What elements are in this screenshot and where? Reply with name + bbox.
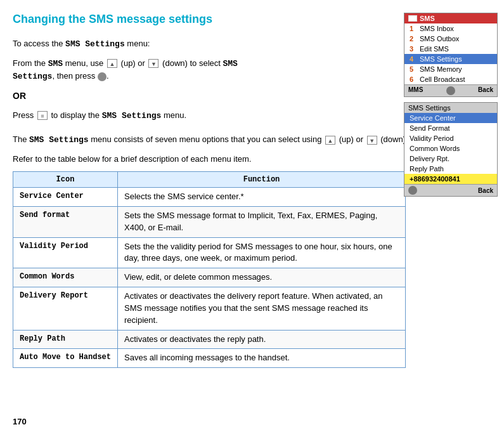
table-row: Send format Sets the SMS message format … — [13, 206, 406, 237]
table-cell-function: Sets the SMS message format to Implicit,… — [118, 206, 406, 237]
table-cell-function: Selects the SMS service center.* — [118, 188, 406, 207]
table-cell-icon: Validity Period — [13, 237, 118, 268]
sms-menu-footer-right: Back — [478, 86, 493, 95]
menu-item-num: 5 — [410, 65, 417, 73]
sms-menu-item[interactable]: 2SMS Outbox — [404, 34, 497, 44]
up-key-icon-2: ▲ — [325, 136, 335, 145]
sms-settings-ref-4: SMS Settings — [29, 135, 89, 145]
table-row: Validity Period Sets the the validity pe… — [13, 237, 406, 268]
table-cell-icon: Common Words — [13, 268, 118, 287]
menu-item-num: 2 — [410, 35, 417, 43]
table-cell-icon: Delivery Report — [13, 287, 118, 331]
sms-settings-footer-right: Back — [478, 187, 493, 194]
down-key-icon: ▼ — [148, 59, 158, 68]
menu-key-icon: ≡ — [37, 111, 48, 120]
table-cell-icon: Service Center — [13, 188, 118, 207]
table-cell-function: Sets the the validity period for SMS mes… — [118, 237, 406, 268]
menu-item-num: 4 — [410, 55, 417, 63]
menu-item-num: 1 — [410, 25, 417, 32]
envelope-icon — [408, 15, 417, 22]
sms-settings-item[interactable]: Delivery Rpt. — [404, 154, 497, 164]
sms-settings-ref-1: SMS Settings — [65, 39, 125, 49]
sms-settings-ref-3: SMS Settings — [102, 111, 162, 121]
table-row: Reply Path Activates or deactivates the … — [13, 330, 406, 349]
sms-menu-item[interactable]: 4SMS Settings — [404, 54, 497, 64]
sms-settings-item[interactable]: Reply Path — [404, 164, 497, 174]
table-header-function: Function — [118, 172, 406, 188]
sms-settings-item[interactable]: Send Format — [404, 123, 497, 133]
menu-item-label: SMS Outbox — [420, 35, 459, 43]
sms-menu-items: 1SMS Inbox2SMS Outbox3Edit SMS4SMS Setti… — [404, 23, 497, 84]
table-row: Delivery Report Activates or deactivates… — [13, 287, 406, 331]
nav-icon — [446, 86, 455, 95]
table-cell-icon: Auto Move to Handset — [13, 349, 118, 368]
table-header-icon: Icon — [13, 172, 118, 188]
sms-settings-item[interactable]: Common Words — [404, 143, 497, 154]
sms-menu-footer: MMS Back — [404, 84, 497, 96]
sms-menu-title: SMS — [420, 15, 435, 22]
ok-button-icon — [98, 72, 107, 81]
table-cell-function: Saves all incoming messages to the hands… — [118, 349, 406, 368]
menu-item-label: Cell Broadcast — [420, 75, 465, 83]
settings-table: Icon Function Service Center Selects the… — [13, 171, 406, 368]
phone-number: +886932400841 — [404, 174, 497, 184]
sms-menu-item[interactable]: 3Edit SMS — [404, 44, 497, 54]
sms-menu-footer-left: MMS — [408, 86, 423, 95]
sms-menu-item[interactable]: 5SMS Memory — [404, 64, 497, 74]
menu-item-label: SMS Memory — [420, 65, 462, 73]
table-cell-icon: Send format — [13, 206, 118, 237]
up-key-icon: ▲ — [107, 59, 117, 68]
sms-menu-header: SMS — [404, 13, 497, 23]
sms-menu-item[interactable]: 6Cell Broadcast — [404, 74, 497, 84]
sms-settings-items: Service CenterSend FormatValidity Period… — [404, 113, 497, 174]
table-cell-function: Activates or deactivates the delivery re… — [118, 287, 406, 331]
table-cell-function: View, edit, or delete common messages. — [118, 268, 406, 287]
table-cell-function: Activates or deactivates the reply path. — [118, 330, 406, 349]
menu-item-num: 3 — [410, 45, 417, 53]
nav-icon-bottom — [408, 186, 417, 195]
settings-table-body: Service Center Selects the SMS service c… — [13, 188, 406, 368]
page-number: 170 — [13, 417, 27, 426]
sms-settings-ref-2: SMSSettings — [13, 59, 238, 82]
table-row: Common Words View, edit, or delete commo… — [13, 268, 406, 287]
menu-item-label: Edit SMS — [420, 45, 449, 53]
sms-settings-panel: SMS Settings Service CenterSend FormatVa… — [404, 102, 498, 197]
table-row: Auto Move to Handset Saves all incoming … — [13, 349, 406, 368]
sms-settings-item[interactable]: Service Center — [404, 113, 497, 123]
down-key-icon-2: ▼ — [367, 136, 377, 145]
sms-menu-item[interactable]: 1SMS Inbox — [404, 23, 497, 34]
menu-item-label: SMS Settings — [420, 55, 462, 63]
sms-settings-header: SMS Settings — [404, 103, 497, 113]
menu-item-label: SMS Inbox — [420, 25, 454, 32]
sms-settings-footer: Back — [404, 184, 497, 196]
phone-panels: SMS 1SMS Inbox2SMS Outbox3Edit SMS4SMS S… — [404, 13, 498, 197]
menu-item-num: 6 — [410, 75, 417, 83]
table-row: Service Center Selects the SMS service c… — [13, 188, 406, 207]
sms-menu-panel: SMS 1SMS Inbox2SMS Outbox3Edit SMS4SMS S… — [404, 13, 498, 97]
table-cell-icon: Reply Path — [13, 330, 118, 349]
sms-settings-item[interactable]: Validity Period — [404, 133, 497, 143]
sms-ref: SMS — [48, 59, 63, 69]
